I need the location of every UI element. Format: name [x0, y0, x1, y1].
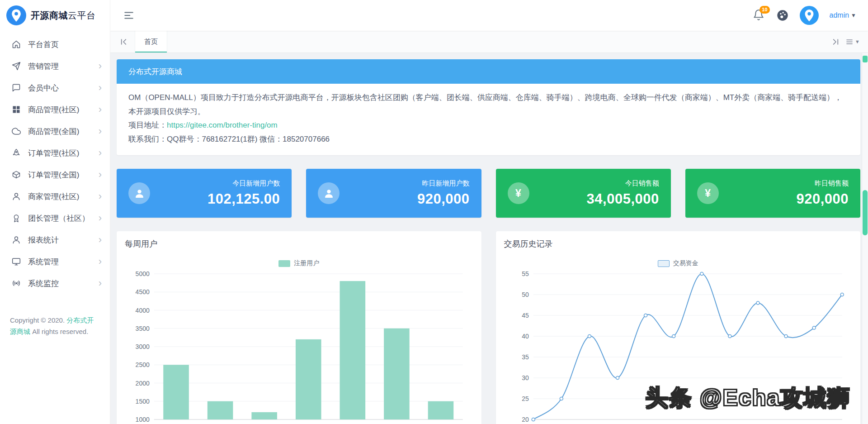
- legend-swatch: [278, 260, 290, 267]
- chevron-right-icon: ›: [99, 235, 102, 245]
- stat-info: 昨日销售额920,000: [719, 179, 849, 207]
- svg-text:1000: 1000: [136, 416, 150, 423]
- theme-button[interactable]: [776, 9, 789, 22]
- chart-title: 交易历史记录: [504, 238, 853, 249]
- sidebar-item-8[interactable]: 团长管理（社区）›: [0, 207, 110, 229]
- chart-legend[interactable]: 注册用户: [125, 258, 473, 268]
- sidebar-item-label: 商品管理(全国): [28, 126, 99, 137]
- chart-legend[interactable]: 交易资金: [504, 258, 853, 268]
- chevron-right-icon: ›: [99, 61, 102, 71]
- intro-card: 分布式开源商城 OM（OPEN-MALL）项目致力于打造分布式开源电商平台，开源…: [117, 59, 860, 155]
- stat-card-2: ¥今日销售额34,005,000: [496, 169, 671, 218]
- sidebar-item-3[interactable]: 商品管理(社区)›: [0, 99, 110, 120]
- chevron-right-icon: ›: [99, 148, 102, 158]
- stat-info: 今日新增用户数102,125.00: [150, 179, 280, 207]
- theme-icon: [776, 9, 789, 22]
- box-icon: [12, 170, 21, 179]
- app-title: 开源商城云平台: [31, 10, 96, 22]
- stat-info: 昨日新增用户数920,000: [340, 179, 469, 207]
- stat-label: 今日销售额: [529, 179, 659, 188]
- tab-home[interactable]: 首页: [135, 31, 167, 52]
- app-title-bold: 开源商城: [31, 10, 68, 20]
- sidebar-item-4[interactable]: 商品管理(全国)›: [0, 120, 110, 142]
- intro-banner: 分布式开源商城: [117, 59, 860, 84]
- sidebar-item-label: 营销管理: [28, 61, 99, 71]
- stat-value: 102,125.00: [150, 191, 280, 207]
- intro-line-1: OM（OPEN-MALL）项目致力于打造分布式开源电商平台，开源板块包含社区团购…: [128, 91, 849, 119]
- topbar-actions: 10 admin ▼: [753, 6, 856, 25]
- svg-text:20: 20: [522, 416, 529, 423]
- person-icon-circle: [318, 182, 340, 204]
- sidebar-item-10[interactable]: 系统管理›: [0, 251, 110, 272]
- tabs-scroll-left-button[interactable]: [116, 34, 131, 49]
- stat-label: 昨日销售额: [719, 179, 849, 188]
- sidebar-item-2[interactable]: 会员中心›: [0, 77, 110, 99]
- badge-icon: [12, 214, 21, 223]
- cloud-icon: [12, 127, 21, 136]
- copyright: Copyright © 2020. 分布式开源商城 All rights res…: [0, 315, 110, 338]
- user-menu[interactable]: admin ▼: [830, 11, 856, 19]
- chevron-right-icon: ›: [99, 191, 102, 201]
- stat-value: 920,000: [340, 191, 469, 207]
- app-logo[interactable]: 开源商城云平台: [0, 0, 110, 31]
- stat-info: 今日销售额34,005,000: [529, 179, 659, 207]
- user-icon: [12, 192, 21, 201]
- watermark: 头条 @Echa攻城狮: [646, 383, 851, 413]
- app-title-light: 云平台: [68, 10, 96, 20]
- tabs-scroll-right-button[interactable]: [828, 34, 843, 49]
- svg-text:25: 25: [522, 395, 529, 402]
- sidebar-item-9[interactable]: 报表统计›: [0, 229, 110, 251]
- notifications-button[interactable]: 10: [753, 9, 765, 22]
- sidebar-item-11[interactable]: 系统监控›: [0, 272, 110, 294]
- svg-text:45: 45: [522, 312, 529, 319]
- svg-text:4000: 4000: [136, 307, 150, 314]
- sidebar-menu: 平台首页营销管理›会员中心›商品管理(社区)›商品管理(全国)›订单管理(社区)…: [0, 31, 110, 294]
- scrollbar-top-mark[interactable]: [863, 56, 868, 62]
- person-icon-circle: [128, 182, 150, 204]
- page-content: 分布式开源商城 OM（OPEN-MALL）项目致力于打造分布式开源电商平台，开源…: [110, 53, 868, 424]
- avatar[interactable]: [800, 6, 819, 25]
- tabs-options-button[interactable]: ▼: [843, 36, 863, 48]
- chat-icon: [12, 83, 21, 92]
- intro-banner-title: 分布式开源商城: [128, 67, 182, 77]
- stat-value: 34,005,000: [529, 191, 659, 207]
- intro-line-2: 项目地址：https://gitee.com/brother-ting/om: [128, 119, 849, 133]
- svg-text:50: 50: [522, 291, 529, 298]
- project-url-link[interactable]: https://gitee.com/brother-ting/om: [167, 121, 278, 129]
- plane-icon: [12, 62, 21, 71]
- copyright-prefix: Copyright © 2020.: [10, 316, 66, 324]
- legend-swatch: [658, 260, 670, 267]
- tab-label: 首页: [144, 38, 158, 46]
- sidebar-item-label: 报表统计: [28, 235, 99, 245]
- svg-text:30: 30: [522, 374, 529, 381]
- sidebar-toggle-button[interactable]: [122, 9, 136, 22]
- sidebar-item-5[interactable]: 订单管理(社区)›: [0, 142, 110, 164]
- copyright-suffix: All rights reserved.: [30, 328, 88, 335]
- stats-row: 今日新增用户数102,125.00昨日新增用户数920,000¥今日销售额34,…: [117, 169, 860, 218]
- svg-text:4500: 4500: [136, 289, 150, 296]
- home-icon: [12, 40, 21, 49]
- sidebar-item-label: 系统管理: [28, 257, 99, 267]
- sidebar-item-6[interactable]: 订单管理(全国)›: [0, 164, 110, 186]
- sidebar-item-0[interactable]: 平台首页: [0, 33, 110, 55]
- intro-line-3: 联系我们：QQ群号：768162721(1群) 微信：18520707666: [128, 133, 849, 147]
- svg-text:5000: 5000: [136, 270, 150, 277]
- chevron-right-icon: ›: [99, 257, 102, 267]
- scrollbar-thumb[interactable]: [863, 190, 868, 235]
- sidebar-item-7[interactable]: 商家管理(社区)›: [0, 186, 110, 207]
- monitor-icon: [12, 257, 21, 266]
- stat-label: 今日新增用户数: [150, 179, 280, 188]
- rocket-icon: [12, 148, 21, 157]
- weekly-users-card: 每周用户 注册用户 100015002000250030003500400045…: [117, 231, 481, 424]
- chevron-right-icon: ›: [99, 278, 102, 288]
- stat-value: 920,000: [719, 191, 849, 207]
- sidebar-item-1[interactable]: 营销管理›: [0, 55, 110, 77]
- sidebar-item-label: 平台首页: [28, 39, 102, 50]
- scrollbar[interactable]: [862, 53, 868, 424]
- scroll-right-icon: [832, 38, 840, 46]
- project-url-label: 项目地址：: [128, 121, 167, 129]
- sidebar-item-label: 系统监控: [28, 278, 99, 289]
- svg-text:3500: 3500: [136, 325, 150, 332]
- intro-body: OM（OPEN-MALL）项目致力于打造分布式开源电商平台，开源板块包含社区团购…: [117, 84, 860, 155]
- yen-icon: ¥: [515, 187, 521, 200]
